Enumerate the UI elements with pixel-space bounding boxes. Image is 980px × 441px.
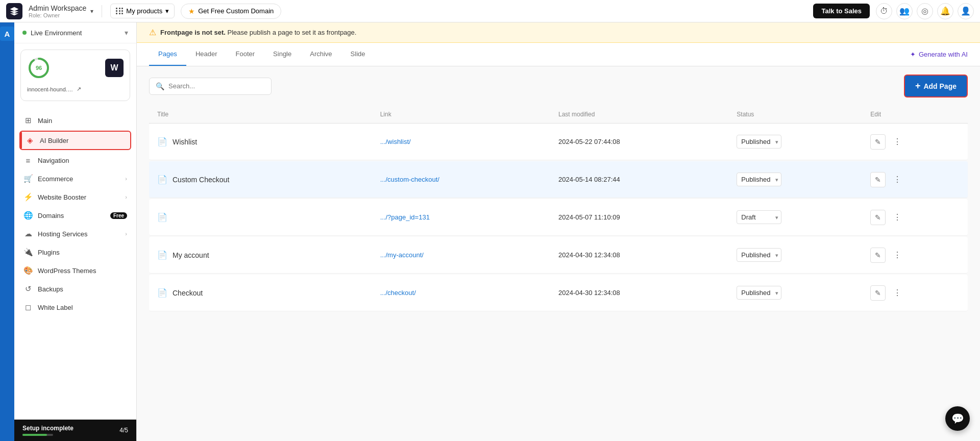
edit-button[interactable]: ✎ (870, 172, 886, 187)
ecommerce-icon: 🛒 (23, 174, 33, 183)
status-cell: Published Draft (737, 135, 870, 149)
page-link[interactable]: .../?page_id=131 (380, 213, 558, 221)
plugins-icon: 🔌 (23, 248, 33, 257)
sidebar-item-ai-builder[interactable]: ◈ AI Builder (19, 131, 131, 150)
free-domain-label: Get Free Custom Domain (198, 7, 274, 15)
sidebar-item-backups[interactable]: ↺ Backups (14, 280, 136, 298)
edit-button[interactable]: ✎ (870, 285, 886, 301)
domains-free-badge: Free (110, 212, 127, 219)
ai-builder-icon: ◈ (26, 136, 35, 145)
table-row: 📄 Checkout .../checkout/ 2024-04-30 12:3… (149, 275, 968, 311)
add-page-button[interactable]: + Add Page (904, 75, 968, 97)
page-link[interactable]: .../checkout/ (380, 289, 558, 297)
chart-icon[interactable]: ◎ (917, 3, 933, 19)
page-title-cell: 📄 Wishlist (157, 137, 380, 146)
sidebar-item-website-booster[interactable]: ⚡ Website Booster › (14, 188, 136, 206)
status-select[interactable]: Published Draft (737, 173, 781, 186)
clock-icon[interactable]: ⏱ (876, 3, 892, 19)
status-select[interactable]: Published Draft (737, 135, 781, 149)
workspace-name: Admin Workspace (29, 4, 86, 12)
bell-icon[interactable]: 🔔 (937, 3, 953, 19)
generate-with-ai-button[interactable]: ✦ Generate with AI (910, 46, 968, 62)
sidebar-item-domains[interactable]: 🌐 Domains Free (14, 206, 136, 225)
pages-table: Title Link Last modified Status Edit 📄 W… (137, 106, 980, 441)
tab-header[interactable]: Header (186, 43, 227, 66)
logo[interactable] (6, 3, 22, 19)
talk-to-sales-button[interactable]: Talk to Sales (813, 4, 870, 18)
page-doc-icon: 📄 (157, 175, 167, 184)
tab-footer[interactable]: Footer (227, 43, 264, 66)
setup-progress-value: 4/5 (119, 427, 128, 434)
edit-button[interactable]: ✎ (870, 210, 886, 225)
sidebar-item-wp-themes[interactable]: 🎨 WordPress Themes (14, 261, 136, 280)
sidebar-item-main[interactable]: ⊞ Main (14, 111, 136, 130)
page-link[interactable]: .../my-account/ (380, 251, 558, 259)
more-options-button[interactable]: ⋮ (890, 134, 905, 150)
workspace-selector[interactable]: Admin Workspace Role: Owner ▾ (29, 4, 93, 18)
external-link-icon[interactable]: ↗ (77, 86, 124, 92)
tab-pages[interactable]: Pages (149, 43, 186, 66)
sparkle-icon: ✦ (910, 51, 916, 58)
page-link[interactable]: .../custom-checkout/ (380, 176, 558, 183)
site-card-top: 96 W (27, 56, 124, 80)
search-input[interactable] (168, 82, 265, 90)
tab-archive[interactable]: Archive (301, 43, 341, 66)
page-doc-icon: 📄 (157, 212, 167, 222)
sidebar-item-plugins[interactable]: 🔌 Plugins (14, 243, 136, 261)
page-title-cell: 📄 My account (157, 250, 380, 260)
table-row: 📄 Wishlist .../wishlist/ 2024-05-22 07:4… (149, 124, 968, 160)
tab-slide[interactable]: Slide (341, 43, 375, 66)
status-select[interactable]: Draft Published (737, 210, 781, 224)
more-options-button[interactable]: ⋮ (890, 285, 905, 301)
topbar: Admin Workspace Role: Owner ▾ My product… (0, 0, 980, 22)
sidebar-item-ecommerce[interactable]: 🛒 Ecommerce › (14, 169, 136, 188)
edit-button[interactable]: ✎ (870, 134, 886, 150)
my-products-button[interactable]: My products ▾ (110, 4, 175, 18)
users-icon[interactable]: 👥 (896, 3, 913, 19)
more-options-button[interactable]: ⋮ (890, 172, 905, 187)
sidebar-item-white-label[interactable]: ◻ White Label (14, 298, 136, 316)
table-row: 📄 .../?page_id=131 2024-05-07 11:10:09 D… (149, 199, 968, 236)
sidebar-item-navigation[interactable]: ≡ Navigation (14, 151, 136, 169)
workspace-info: Admin Workspace Role: Owner (29, 4, 86, 18)
page-modified: 2024-05-22 07:44:08 (558, 138, 737, 145)
page-modified: 2024-05-07 11:10:09 (558, 213, 737, 221)
backups-icon: ↺ (23, 284, 33, 293)
page-doc-icon: 📄 (157, 137, 167, 146)
status-cell: Published Draft (737, 248, 870, 262)
environment-selector[interactable]: Live Environment ▾ (14, 22, 136, 43)
status-wrapper: Published Draft (737, 135, 781, 149)
more-options-button[interactable]: ⋮ (890, 210, 905, 225)
booster-icon: ⚡ (23, 192, 33, 202)
my-products-label: My products (126, 7, 162, 15)
status-select[interactable]: Published Draft (737, 248, 781, 262)
grid-icon (116, 8, 123, 14)
sidebar-item-hosting[interactable]: ☁ Hosting Services › (14, 225, 136, 243)
main-layout: A Live Environment ▾ 96 (0, 22, 980, 441)
page-modified: 2024-04-30 12:34:08 (558, 289, 737, 297)
user-avatar-icon[interactable]: 👤 (958, 3, 974, 19)
tabs-bar: Pages Header Footer Single Archive Slide… (137, 43, 980, 66)
status-select[interactable]: Published Draft (737, 286, 781, 300)
page-title-cell: 📄 (157, 212, 380, 222)
free-domain-button[interactable]: ★ Get Free Custom Domain (181, 4, 281, 19)
sidebar-a-strip: A (0, 22, 14, 441)
sidebar-a-badge[interactable]: A (0, 27, 14, 41)
hosting-icon: ☁ (23, 229, 33, 238)
edit-cell: ✎ ⋮ (870, 172, 960, 187)
edit-button[interactable]: ✎ (870, 248, 886, 263)
status-wrapper: Published Draft (737, 173, 781, 186)
setup-incomplete[interactable]: Setup incomplete 4/5 (14, 420, 136, 441)
edit-cell: ✎ ⋮ (870, 134, 960, 150)
ecommerce-chevron-icon: › (125, 176, 127, 182)
page-title-cell: 📄 Custom Checkout (157, 175, 380, 184)
chat-bubble-button[interactable]: 💬 (945, 406, 970, 431)
sidebar-nav: ⊞ Main ◈ AI Builder ≡ Navigation 🛒 Ecomm… (14, 107, 136, 420)
page-link[interactable]: .../wishlist/ (380, 138, 558, 145)
more-options-button[interactable]: ⋮ (890, 248, 905, 263)
workspace-role: Role: Owner (29, 12, 86, 18)
white-label-icon: ◻ (23, 303, 33, 312)
page-title-cell: 📄 Checkout (157, 288, 380, 298)
tab-single[interactable]: Single (264, 43, 301, 66)
setup-progress-bar (22, 434, 53, 436)
